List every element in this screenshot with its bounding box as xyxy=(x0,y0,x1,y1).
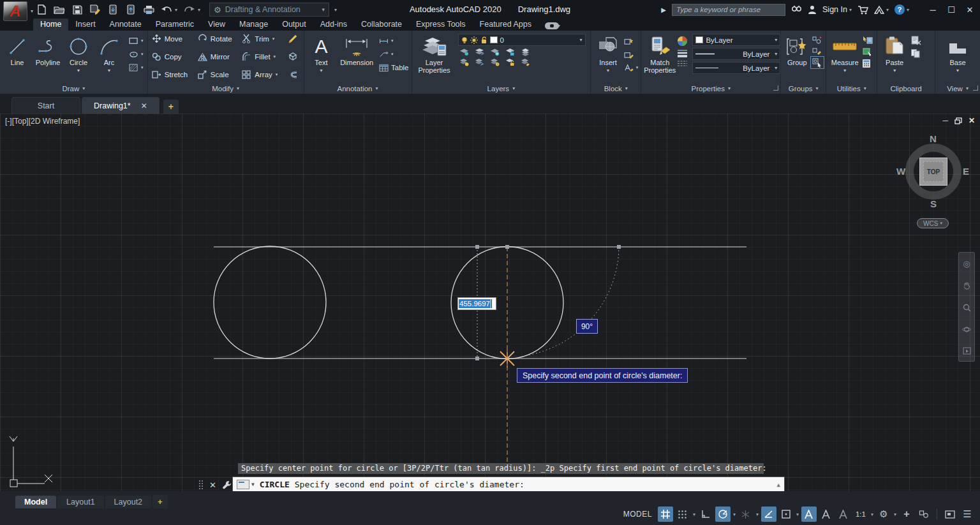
layer-unisolate-icon[interactable] xyxy=(475,58,484,66)
linetype-combo[interactable]: ByLayer ▾ xyxy=(692,62,780,74)
polar-caret-icon[interactable]: ▾ xyxy=(733,512,736,517)
modify-panel-title[interactable]: Modify▾ xyxy=(148,83,304,94)
layer-make-current-icon[interactable] xyxy=(521,48,530,56)
qat-customize-icon[interactable]: ▾ xyxy=(334,7,337,13)
maximize-button[interactable]: ☐ xyxy=(945,5,958,15)
clean-screen-button[interactable] xyxy=(942,507,958,522)
explode-button[interactable] xyxy=(288,52,301,61)
ribbon-tab-collaborate[interactable]: Collaborate xyxy=(354,18,409,31)
select-all-icon[interactable] xyxy=(862,47,873,56)
scale-button[interactable]: Scale xyxy=(198,70,235,79)
annotation-scale-value[interactable]: 1:1 xyxy=(853,507,868,522)
rectangle-button[interactable]: ▾ xyxy=(129,36,144,46)
linear-dimension-button[interactable]: ▾ xyxy=(379,36,409,46)
autodesk-account-icon[interactable] xyxy=(874,3,884,16)
copy-button[interactable]: Copy xyxy=(152,52,190,61)
line-button[interactable]: Line xyxy=(3,33,32,66)
recent-commands-caret-icon[interactable]: ▼ xyxy=(251,482,255,487)
fillet-button[interactable]: Fillet▾ xyxy=(242,52,280,61)
snap-caret-icon[interactable]: ▾ xyxy=(693,512,695,517)
isodraft-toggle[interactable] xyxy=(738,507,754,522)
cut-clip-icon[interactable] xyxy=(910,36,922,45)
viewcube-east[interactable]: E xyxy=(963,166,969,177)
viewcube-south[interactable]: S xyxy=(930,198,937,209)
properties-panel-title[interactable]: Properties▾ xyxy=(641,83,780,94)
group-button[interactable]: Group xyxy=(783,33,810,66)
annotation-panel-title[interactable]: Annotation▾ xyxy=(304,83,412,94)
quick-calculator-icon[interactable] xyxy=(862,59,871,68)
scale-caret-icon[interactable]: ▾ xyxy=(871,512,873,517)
connect-menu-button[interactable]: ▾ xyxy=(545,22,560,29)
ribbon-tab-express-tools[interactable]: Express Tools xyxy=(409,18,473,31)
save-button[interactable] xyxy=(71,4,83,15)
file-tab-close-icon[interactable]: ✕ xyxy=(141,101,147,110)
grid-toggle[interactable] xyxy=(658,507,673,522)
otrack-toggle[interactable] xyxy=(761,507,776,522)
new-drawing-button[interactable] xyxy=(36,4,47,15)
search-input[interactable] xyxy=(672,4,785,16)
layer-unlock-tool-icon[interactable] xyxy=(505,58,515,66)
create-block-button[interactable] xyxy=(624,36,639,46)
undo-caret-icon[interactable]: ▾ xyxy=(175,7,177,13)
viewcube-west[interactable]: W xyxy=(896,166,905,177)
layout-tab-layout1[interactable]: Layout1 xyxy=(57,496,103,508)
close-button[interactable]: ✕ xyxy=(963,5,976,15)
search-icon[interactable] xyxy=(791,3,802,16)
ungroup-icon[interactable] xyxy=(812,36,822,45)
model-space-toggle[interactable]: MODEL xyxy=(623,510,652,519)
layout-tab-model[interactable]: Model xyxy=(15,496,56,508)
redo-button[interactable] xyxy=(184,4,195,15)
orbit-icon[interactable] xyxy=(962,325,971,334)
customization-menu-button[interactable]: ☰ xyxy=(960,507,975,522)
layer-lock-icon[interactable] xyxy=(505,48,515,56)
circle-button[interactable]: Circle ▼ xyxy=(64,33,93,75)
annotation-autoscale-toggle[interactable] xyxy=(819,507,834,522)
annotation-scale-icon-button[interactable] xyxy=(836,507,851,522)
rotate-button[interactable]: Rotate xyxy=(198,34,235,43)
isolate-objects-button[interactable] xyxy=(916,507,932,522)
isodraft-caret-icon[interactable]: ▾ xyxy=(756,512,759,517)
application-menu-button[interactable]: A ▾ xyxy=(3,1,27,21)
workspace-gear-caret-icon[interactable]: ▾ xyxy=(894,512,896,517)
group-selection-toggle-icon[interactable] xyxy=(812,57,823,68)
command-grip-icon[interactable] xyxy=(198,480,204,490)
block-panel-title[interactable]: Block▾ xyxy=(591,83,641,94)
sign-in-caret-icon[interactable]: ▾ xyxy=(849,7,852,13)
viewcube[interactable]: N W E S TOP xyxy=(896,135,970,209)
define-attributes-button[interactable]: ▾ xyxy=(624,63,639,73)
layers-panel-title[interactable]: Layers▾ xyxy=(412,83,591,94)
view-dialog-launcher-icon[interactable] xyxy=(973,85,978,91)
group-edit-icon[interactable] xyxy=(812,47,822,55)
ribbon-tab-featured-apps[interactable]: Featured Apps xyxy=(473,18,538,31)
trim-button[interactable]: Trim▾ xyxy=(242,34,280,43)
layout-tab-layout2[interactable]: Layout2 xyxy=(105,496,151,508)
annotation-visibility-toggle[interactable] xyxy=(801,507,817,522)
ellipse-button[interactable]: ▾ xyxy=(129,49,144,59)
open-from-web-mobile-button[interactable] xyxy=(107,4,119,15)
text-button[interactable]: A Text ▼ xyxy=(307,33,336,75)
color-wheel-icon[interactable] xyxy=(677,36,688,47)
help-caret-icon[interactable]: ▾ xyxy=(907,7,909,13)
view-panel-title[interactable]: View▾ xyxy=(935,83,980,94)
open-button[interactable] xyxy=(54,4,65,15)
layer-off-icon[interactable] xyxy=(459,48,469,56)
ribbon-tab-annotate[interactable]: Annotate xyxy=(103,18,149,31)
osnap-caret-icon[interactable]: ▾ xyxy=(796,512,799,517)
stretch-button[interactable]: Stretch xyxy=(152,70,190,79)
command-customize-wrench-icon[interactable] xyxy=(222,480,232,490)
drawing-canvas[interactable]: [-][Top][2D Wireframe] ─ ✕ xyxy=(0,114,980,491)
search-flyout-icon[interactable]: ▶ xyxy=(661,6,666,13)
ribbon-tab-insert[interactable]: Insert xyxy=(68,18,102,31)
save-to-web-mobile-button[interactable] xyxy=(125,4,137,15)
viewcube-north[interactable]: N xyxy=(930,133,937,144)
lineweight-combo[interactable]: ByLayer ▾ xyxy=(692,48,780,60)
insert-block-button[interactable]: Insert ▼ xyxy=(593,33,622,75)
arc-button[interactable]: Arc ▼ xyxy=(94,33,124,75)
file-tab-drawing1[interactable]: Drawing1*✕ xyxy=(82,97,160,114)
ribbon-tab-manage[interactable]: Manage xyxy=(232,18,275,31)
command-close-icon[interactable]: ✕ xyxy=(209,480,216,490)
workspace-gear-button[interactable]: ⚙ xyxy=(876,507,891,522)
command-expand-icon[interactable]: ▲ xyxy=(777,482,780,488)
ribbon-tab-addins[interactable]: Add-ins xyxy=(313,18,354,31)
workspace-switcher[interactable]: ⚙ Drafting & Annotation ▾ xyxy=(209,3,329,17)
